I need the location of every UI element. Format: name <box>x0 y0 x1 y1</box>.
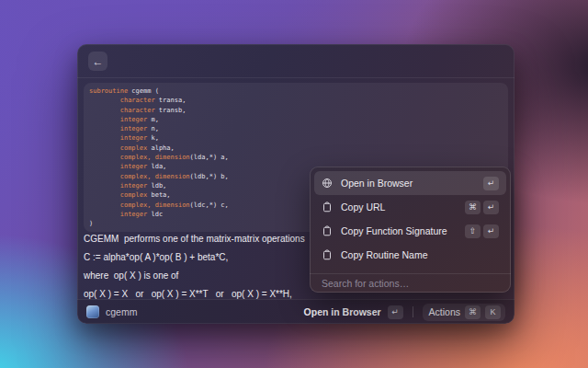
shortcut-key-badge: ⇧ <box>465 224 481 238</box>
menu-item-label: Copy Function Signature <box>341 225 457 236</box>
code-line: integer k, <box>89 133 503 143</box>
shortcut-key-badge: ↵ <box>483 224 499 238</box>
actions-search-input[interactable] <box>322 278 499 289</box>
code-line: complex alpha, <box>89 144 503 153</box>
statusbar-separator <box>413 306 413 317</box>
menu-item-label: Copy URL <box>341 201 457 213</box>
code-line: character transa, <box>89 96 503 105</box>
actions-button-label: Actions <box>429 306 460 317</box>
return-key-badge: ↵ <box>388 305 403 319</box>
clipboard-icon <box>322 225 333 236</box>
menu-item-open-in-browser[interactable]: Open in Browser↵ <box>314 171 506 195</box>
menu-item-shortcut: ⇧↵ <box>465 224 499 238</box>
code-line: integer n, <box>89 124 503 133</box>
shortcut-key-badge: ↵ <box>483 177 499 190</box>
code-line: subroutine cgemm ( <box>89 86 503 96</box>
primary-action-button[interactable]: Open in Browser <box>304 306 381 317</box>
back-button[interactable]: ← <box>88 52 107 71</box>
current-item-chip: cgemm <box>86 305 137 318</box>
actions-search <box>310 274 511 293</box>
actions-button[interactable]: Actions ⌘ K <box>423 304 505 321</box>
code-line: complex, dimension(lda,*) a, <box>89 153 503 162</box>
menu-item-copy-routine-name[interactable]: Copy Routine Name <box>314 243 506 267</box>
clipboard-icon <box>322 249 333 260</box>
actions-popover: Open in Browser↵Copy URL⌘↵Copy Function … <box>310 167 511 293</box>
menu-item-label: Open in Browser <box>341 178 475 189</box>
k-key-badge: K <box>485 305 501 319</box>
menu-item-shortcut: ↵ <box>483 177 499 190</box>
clipboard-icon <box>322 201 333 213</box>
actions-menu-items: Open in Browser↵Copy URL⌘↵Copy Function … <box>310 167 511 271</box>
back-arrow-icon: ← <box>93 55 104 68</box>
status-bar: cgemm Open in Browser ↵ Actions ⌘ K <box>77 299 514 324</box>
window-header: ← <box>77 44 514 77</box>
command-key-badge: ⌘ <box>465 305 481 319</box>
header-divider <box>77 77 514 78</box>
menu-item-copy-url[interactable]: Copy URL⌘↵ <box>314 195 506 219</box>
cgemm-app-icon <box>86 305 99 318</box>
current-item-label: cgemm <box>106 306 137 317</box>
code-line: integer m, <box>89 115 503 124</box>
menu-item-label: Copy Routine Name <box>341 249 491 260</box>
shortcut-key-badge: ↵ <box>483 201 499 214</box>
globe-icon <box>322 178 333 189</box>
menu-item-copy-function-signature[interactable]: Copy Function Signature⇧↵ <box>314 219 506 243</box>
menu-item-shortcut: ⌘↵ <box>465 201 499 214</box>
shortcut-key-badge: ⌘ <box>465 201 481 214</box>
code-line: character transb, <box>89 106 503 115</box>
